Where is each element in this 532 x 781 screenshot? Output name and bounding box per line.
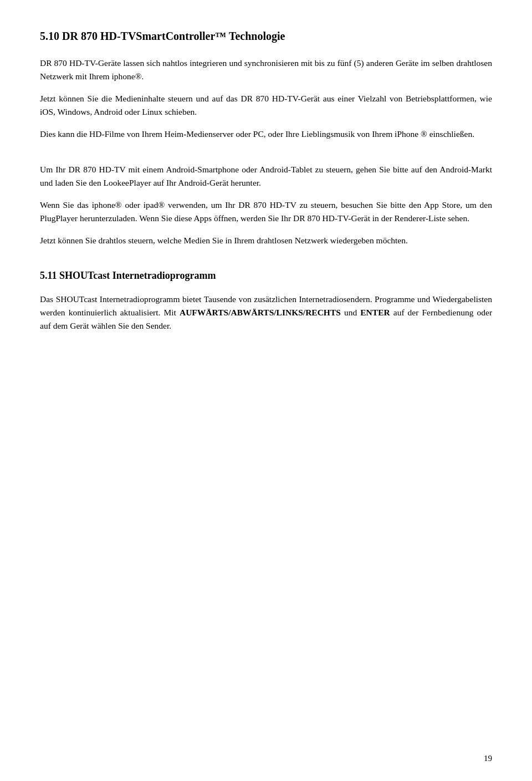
section-510-para5: Wenn Sie das iphone® oder ipad® verwende…: [40, 198, 492, 225]
section-511-para1: Das SHOUTcast Internetradioprogramm biet…: [40, 293, 492, 333]
section-510-para6: Jetzt können Sie drahtlos steuern, welch…: [40, 234, 492, 247]
section-511-title: 5.11 SHOUTcast Internetradioprogramm: [40, 269, 492, 282]
page-number: 19: [484, 754, 492, 763]
para2-text: Jetzt können Sie die Medieninhalte steue…: [40, 94, 492, 116]
section-510-para1: DR 870 HD-TV-Geräte lassen sich nahtlos …: [40, 57, 492, 83]
para6-text: Jetzt können Sie drahtlos steuern, welch…: [40, 236, 408, 245]
section-510-para4: Um Ihr DR 870 HD-TV mit einem Android-Sm…: [40, 163, 492, 190]
section-511-bold1: AUFWÄRTS/ABWÄRTS/LINKS/RECHTS: [180, 308, 341, 317]
section-511-bold2: ENTER: [360, 308, 390, 317]
section-511-container: 5.11 SHOUTcast Internetradioprogramm Das…: [40, 269, 492, 332]
page-container: 5.10 DR 870 HD-TVSmartController™ Techno…: [0, 0, 532, 781]
section-511-mid: und: [344, 308, 360, 317]
para5-text: Wenn Sie das iphone® oder ipad® verwende…: [40, 200, 492, 223]
section-510-title: 5.10 DR 870 HD-TVSmartController™ Techno…: [40, 29, 492, 43]
para1-text: DR 870 HD-TV-Geräte lassen sich nahtlos …: [40, 58, 492, 81]
section-510-para3: Dies kann die HD-Filme von Ihrem Heim-Me…: [40, 127, 492, 141]
section-510-para2: Jetzt können Sie die Medieninhalte steue…: [40, 92, 492, 119]
spacer1: [40, 150, 492, 163]
para4-text: Um Ihr DR 870 HD-TV mit einem Android-Sm…: [40, 165, 492, 187]
para3-text: Dies kann die HD-Filme von Ihrem Heim-Me…: [40, 129, 474, 139]
